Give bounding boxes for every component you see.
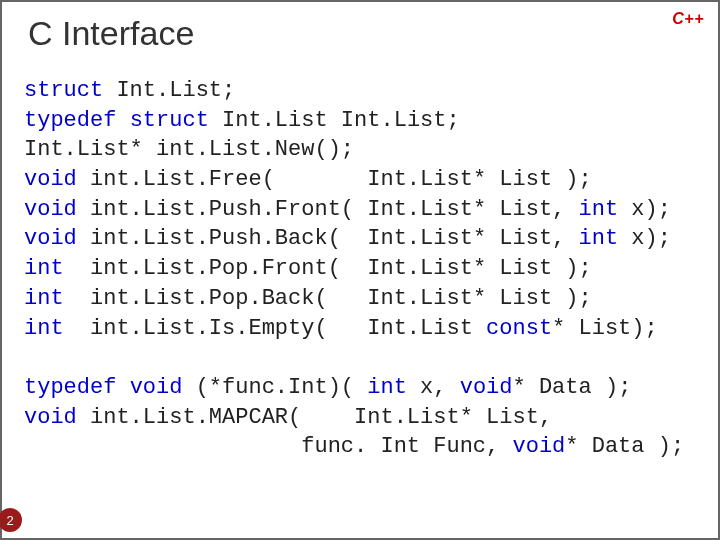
code-text [116, 375, 129, 400]
kw-struct: struct [130, 108, 209, 133]
kw-int: int [24, 316, 64, 341]
code-text: x); [618, 197, 671, 222]
slide-title: C Interface [28, 14, 194, 53]
kw-void: void [512, 434, 565, 459]
code-block: struct Int.List; typedef struct Int.List… [24, 76, 696, 462]
kw-typedef: typedef [24, 108, 116, 133]
code-text: int.List.MAPCAR( Int.List* List, [77, 405, 552, 430]
kw-int: int [24, 256, 64, 281]
code-text: x, [407, 375, 460, 400]
code-text: * Data ); [565, 434, 684, 459]
code-text: int.List.Push.Back( Int.List* List, [77, 226, 579, 251]
code-text: int.List.Pop.Back( Int.List* List ); [64, 286, 592, 311]
kw-void: void [24, 167, 77, 192]
kw-typedef: typedef [24, 375, 116, 400]
code-text: Int.List Int.List; [209, 108, 460, 133]
kw-int: int [579, 226, 619, 251]
code-text: (*func.Int)( [182, 375, 367, 400]
slide: C++ C Interface struct Int.List; typedef… [0, 0, 720, 540]
kw-struct: struct [24, 78, 103, 103]
code-text: func. Int Func, [24, 434, 512, 459]
code-text: Int.List; [103, 78, 235, 103]
code-text: int.List.Free( Int.List* List ); [77, 167, 592, 192]
code-text [116, 108, 129, 133]
kw-void: void [130, 375, 183, 400]
page-number-badge: 2 [0, 508, 22, 532]
kw-int: int [24, 286, 64, 311]
code-text: int.List.Pop.Front( Int.List* List ); [64, 256, 592, 281]
code-text: Int.List* int.List.New(); [24, 137, 354, 162]
code-text: * List); [552, 316, 658, 341]
kw-const: const [486, 316, 552, 341]
code-text: int.List.Push.Front( Int.List* List, [77, 197, 579, 222]
kw-void: void [460, 375, 513, 400]
kw-void: void [24, 226, 77, 251]
kw-int: int [579, 197, 619, 222]
code-text: * Data ); [513, 375, 632, 400]
language-badge: C++ [672, 10, 704, 28]
kw-void: void [24, 197, 77, 222]
code-text: x); [618, 226, 671, 251]
code-text: int.List.Is.Empty( Int.List [64, 316, 486, 341]
kw-void: void [24, 405, 77, 430]
kw-int: int [367, 375, 407, 400]
